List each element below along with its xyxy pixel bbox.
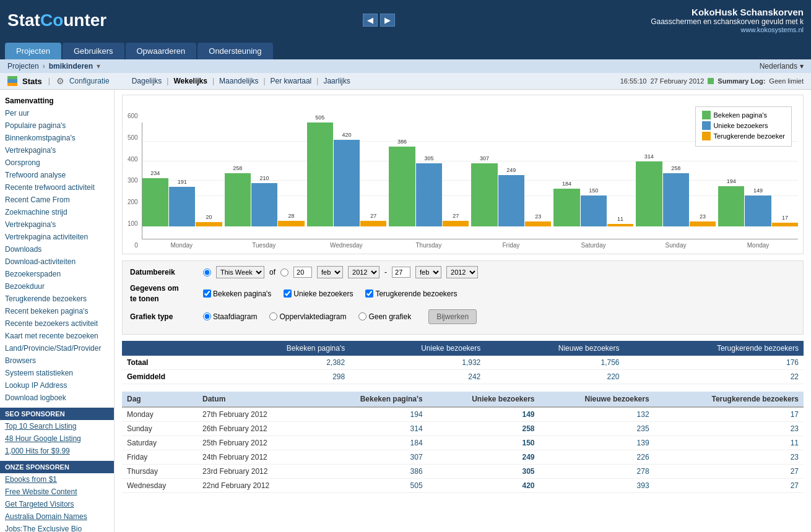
x-label-3: Thursday [389, 242, 469, 249]
header: StatCounter ◀ ▶ KokoHusk Schanskorven Ga… [0, 0, 811, 40]
toolbar-time: 16:55:10 [620, 77, 647, 85]
sidebar-sp-freewebsite[interactable]: Free Website Content [0, 486, 114, 498]
period-kwartaal[interactable]: Per kwartaal [271, 77, 312, 85]
sidebar-item-downloads[interactable]: Downloads [0, 243, 114, 255]
legend-green: Bekeken pagina's [702, 111, 785, 119]
to-day-input[interactable] [392, 267, 410, 278]
nav-prev-arrow[interactable]: ◀ [363, 14, 378, 27]
breadcrumb-projecten[interactable]: Projecten [7, 62, 39, 71]
radio-oppervlak[interactable] [269, 312, 277, 320]
breadcrumb-project[interactable]: bmikinderen [49, 62, 93, 71]
detail-pages-3: 307 [316, 450, 427, 464]
sidebar-item-download-log[interactable]: Download logboek [0, 392, 114, 404]
radio-this-week[interactable] [203, 268, 211, 277]
sidebar-item-trefwoord[interactable]: Trefwoord analyse [0, 169, 114, 181]
sidebar-item-zoekmachine[interactable]: Zoekmachine strijd [0, 206, 114, 218]
radio-staaf[interactable] [203, 312, 211, 320]
sidebar-item-vertrek[interactable]: Vertrekpagina's [0, 144, 114, 157]
sidebar-item-vertrekpagina-act[interactable]: Vertrekpagina activiteiten [0, 231, 114, 243]
from-month-select[interactable]: feb [317, 266, 343, 278]
detail-returning-5: 27 [654, 478, 804, 492]
sidebar-sp-ebooks[interactable]: Ebooks from $1 [0, 473, 114, 486]
sidebar-item-browsers[interactable]: Browsers [0, 354, 114, 367]
to-month-select[interactable]: feb [415, 266, 441, 278]
radio-staaf-text: Staafdiagram [213, 312, 257, 321]
summary-label-1: Gemiddeld [122, 369, 216, 384]
bar-group-6: 31425823 [636, 161, 716, 226]
site-subtitle: Gaasschermen en schanskorven gevuld met … [651, 17, 804, 26]
sidebar-item-land[interactable]: Land/Provincie/Stad/Provider [0, 342, 114, 354]
language-label: Nederlands [760, 62, 797, 71]
sidebar-item-bezoekerspaden[interactable]: Bezoekerspaden [0, 268, 114, 280]
breadcrumb-dropdown-icon[interactable]: ▾ [97, 62, 100, 71]
x-label-4: Friday [471, 242, 551, 249]
grafiek-row: Grafiek type Staafdiagram Oppervlaktedia… [130, 309, 796, 324]
checkbox-terugkerend[interactable] [365, 290, 373, 298]
sidebar-item-systeem[interactable]: Systeem statistieken [0, 367, 114, 379]
sidebar-item-vertrekpaginas[interactable]: Vertrekpagina's [0, 218, 114, 231]
detail-date-5: 22nd February 2012 [197, 478, 316, 492]
radio-custom[interactable] [280, 268, 288, 277]
x-label-5: Saturday [553, 242, 633, 249]
language-dropdown-icon[interactable]: ▾ [800, 62, 804, 71]
sidebar-item-recente-trefwoord[interactable]: Recente trefwoord activiteit [0, 181, 114, 194]
bar-orange-5: 11 [607, 224, 633, 226]
chart-area: 600 500 400 300 200 100 0 [122, 95, 804, 254]
summary-row-0: Totaal 2,382 1,932 1,756 176 [122, 356, 804, 370]
detail-new-1: 235 [540, 421, 654, 435]
sidebar-seo-1000hits[interactable]: 1,000 Hits for $9.99 [0, 445, 114, 457]
sidebar-item-recent-came-from[interactable]: Recent Came From [0, 194, 114, 206]
period-jaarlijks[interactable]: Jaarlijks [323, 77, 350, 85]
detail-unique-1: 258 [428, 421, 540, 435]
detail-th-dag: Dag [122, 392, 197, 407]
sidebar-item-terugkerende[interactable]: Terugkerende bezoekers [0, 293, 114, 305]
sidebar-item-samenvatting[interactable]: Samenvatting [0, 95, 114, 107]
to-year-select[interactable]: 2012 [446, 266, 478, 278]
datumbereik-label: Datumbereik [130, 268, 198, 277]
tab-ondersteuning[interactable]: Ondersteuning [197, 43, 272, 59]
period-dagelijks[interactable]: Dagelijks [132, 77, 162, 85]
bar-orange-7: 17 [772, 223, 798, 226]
sidebar-seo-48hour[interactable]: 48 Hour Google Listing [0, 432, 114, 445]
detail-day-0: Monday [122, 407, 197, 422]
sidebar-item-recent-bekeken[interactable]: Recent bekeken pagina's [0, 305, 114, 317]
sidebar-sp-jobs[interactable]: Jobs:The Exclusive Bio [0, 523, 114, 532]
sidebar-item-kaart[interactable]: Kaart met recente bezoeken [0, 330, 114, 342]
sidebar-seo-top10[interactable]: Top 10 Search Listing [0, 420, 114, 432]
sidebar-item-bezoekduur[interactable]: Bezoekduur [0, 280, 114, 293]
sidebar-item-per-uur[interactable]: Per uur [0, 107, 114, 119]
bar-green-4: 307 [471, 163, 497, 226]
period-select[interactable]: This Week [216, 266, 264, 278]
period-maandelijks[interactable]: Maandelijks [219, 77, 258, 85]
bar-blue-5: 150 [581, 195, 607, 226]
radio-staaf-label: Staafdiagram [203, 312, 257, 321]
checkbox-bekeken[interactable] [203, 290, 211, 298]
sidebar-item-populaire[interactable]: Populaire pagina's [0, 119, 114, 132]
tab-projecten[interactable]: Projecten [5, 43, 61, 59]
tab-gebruikers[interactable]: Gebruikers [63, 43, 124, 59]
logo: StatCounter [7, 11, 106, 30]
detail-table: Dag Datum Bekeken pagina's Unieke bezoek… [122, 392, 804, 493]
period-wekelijks[interactable]: Wekelijks [173, 77, 207, 85]
detail-day-2: Saturday [122, 435, 197, 450]
tab-opwaarderen[interactable]: Opwaarderen [126, 43, 197, 59]
bar-green-7: 194 [718, 186, 744, 226]
sidebar-item-oorsprong[interactable]: Oorsprong [0, 157, 114, 169]
detail-tbody: Monday 27th February 2012 194 149 132 17… [122, 407, 804, 493]
from-year-select[interactable]: 2012 [348, 266, 379, 278]
x-label-0: Monday [142, 242, 222, 249]
checkbox-bekeken-label: Bekeken pagina's [203, 290, 271, 298]
sidebar-sp-australia[interactable]: Australia Domain Names [0, 510, 114, 523]
config-label[interactable]: Configuratie [69, 77, 110, 85]
sidebar-item-recente-bez-act[interactable]: Recente bezoekers activiteit [0, 317, 114, 330]
nav-next-arrow[interactable]: ▶ [380, 14, 395, 27]
sidebar-item-binnenkomst[interactable]: Binnenkomstpagina's [0, 132, 114, 144]
geen-limiet: Geen limiet [769, 77, 804, 85]
from-day-input[interactable] [293, 267, 312, 278]
sidebar-item-download-act[interactable]: Download-activiteiten [0, 255, 114, 268]
radio-geen[interactable] [358, 312, 366, 320]
sidebar-sp-targeted[interactable]: Get Targeted Visitors [0, 498, 114, 510]
checkbox-uniek[interactable] [284, 290, 292, 298]
sidebar-item-lookup-ip[interactable]: Lookup IP Address [0, 379, 114, 392]
update-button[interactable]: Bijwerken [428, 309, 477, 324]
